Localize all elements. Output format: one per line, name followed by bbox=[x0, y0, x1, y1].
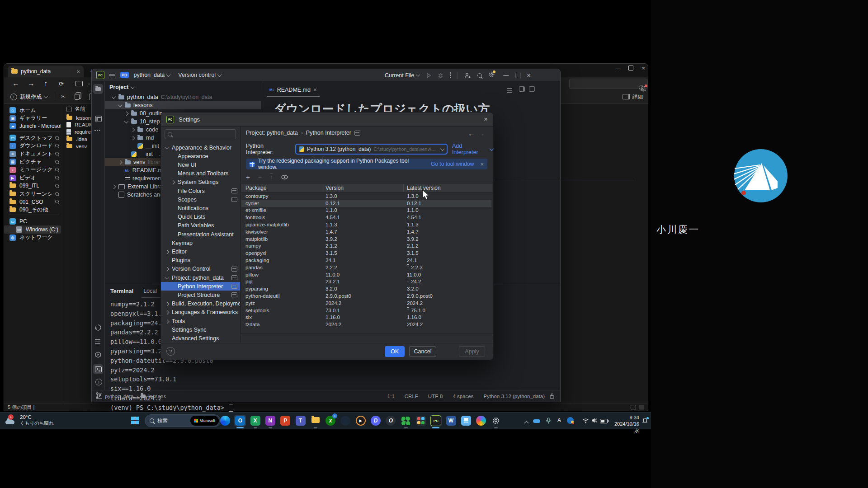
tray-clock[interactable]: 9:34 2024/10/16 水 bbox=[611, 414, 639, 434]
excel-icon[interactable]: X bbox=[250, 415, 261, 427]
details-pane-button[interactable]: 詳細 bbox=[623, 94, 643, 100]
close-icon[interactable]: × bbox=[642, 65, 645, 71]
chevron-right-icon[interactable] bbox=[118, 159, 122, 165]
terminal-prompt[interactable]: (venv) PS C:\study\python_data> bbox=[110, 403, 560, 413]
status-item[interactable]: Python 3.12 (python_data) bbox=[483, 394, 545, 399]
apply-button[interactable]: Apply bbox=[459, 346, 485, 357]
editor-tab[interactable]: M↓ README.md × bbox=[267, 84, 320, 97]
status-breadcrumb-folder[interactable]: lessons bbox=[148, 394, 166, 399]
new-item-button[interactable]: + 新規作成 bbox=[10, 93, 47, 101]
sidebar-item-PC[interactable]: ▭PC bbox=[4, 217, 61, 225]
package-row-six[interactable]: six1.16.01.16.0 bbox=[241, 314, 491, 321]
python-packages-tool-icon[interactable] bbox=[95, 324, 101, 331]
install-package-icon[interactable]: + bbox=[246, 173, 250, 181]
forward-icon[interactable]: → bbox=[28, 80, 35, 88]
outlook-icon[interactable]: O bbox=[234, 415, 246, 427]
settings-icon[interactable] bbox=[490, 415, 502, 427]
settings-tree-item-project-python-data[interactable]: Project: python_data bbox=[161, 273, 240, 282]
split-editor-icon[interactable] bbox=[519, 86, 525, 92]
chevron-down-icon[interactable] bbox=[165, 275, 170, 281]
settings-tree-item-editor[interactable]: Editor bbox=[161, 247, 240, 256]
column-name[interactable]: 名前 bbox=[75, 105, 85, 113]
sidebar-item-ピクチャ[interactable]: ▦ピクチャ bbox=[4, 158, 61, 166]
chevron-right-icon[interactable] bbox=[171, 179, 175, 185]
close-tab-icon[interactable]: × bbox=[313, 87, 317, 93]
sidebar-item-スクリーンショット[interactable]: スクリーンショット bbox=[4, 190, 61, 198]
speaker-tray-icon[interactable] bbox=[591, 418, 598, 423]
powerpoint-icon[interactable]: P bbox=[279, 415, 291, 427]
help-icon[interactable]: ? bbox=[166, 347, 175, 356]
start-button[interactable] bbox=[131, 417, 139, 424]
sidebar-item-ビデオ[interactable]: ▶ビデオ bbox=[4, 174, 61, 182]
chevron-right-icon[interactable] bbox=[131, 135, 135, 141]
teams-icon[interactable]: T bbox=[295, 415, 307, 427]
settings-search-input[interactable] bbox=[165, 129, 236, 139]
package-row-tzdata[interactable]: tzdata2024.22024.2 bbox=[241, 321, 491, 328]
chevron-right-icon[interactable] bbox=[165, 249, 170, 255]
settings-tree-item-appearance[interactable]: Appearance bbox=[161, 152, 240, 160]
terminal-title[interactable]: Terminal bbox=[110, 288, 133, 295]
pycharm-icon[interactable]: PC bbox=[430, 415, 442, 427]
package-row-et-xmlfile[interactable]: et-xmlfile1.1.01.1.0 bbox=[241, 207, 491, 214]
go-to-tool-window-link[interactable]: Go to tool window bbox=[431, 161, 474, 167]
package-row-matplotlib[interactable]: matplotlib3.9.23.9.2 bbox=[241, 235, 491, 243]
package-row-pip[interactable]: pip23.2.1↑24.2 bbox=[241, 278, 491, 286]
settings-tree-item-version-control[interactable]: Version Control bbox=[161, 265, 240, 273]
notification-bell-icon[interactable] bbox=[642, 418, 648, 426]
status-item[interactable]: 1:1 bbox=[387, 394, 395, 399]
project-panel-title[interactable]: Project bbox=[109, 84, 128, 90]
sidebar-item-090_その他[interactable]: 090_その他 bbox=[4, 206, 61, 214]
sidebar-item-ギャラリー[interactable]: ▣ギャラリー bbox=[4, 114, 61, 122]
sidebar-item-ネットワーク[interactable]: ◍ネットワーク bbox=[4, 234, 61, 242]
sidebar-item-ホーム[interactable]: ⌂ホーム bbox=[4, 106, 61, 114]
sidebar-item-Windows (C:)[interactable]: ▭Windows (C:) bbox=[4, 225, 61, 234]
package-row-pyparsing[interactable]: pyparsing3.2.03.2.0 bbox=[241, 285, 491, 292]
minimize-icon[interactable]: — bbox=[615, 66, 620, 71]
package-row-pandas[interactable]: pandas2.2.2↑2.2.3 bbox=[241, 264, 491, 271]
package-row-kiwisolver[interactable]: kiwisolver1.4.71.4.7 bbox=[241, 228, 491, 235]
project-tree-item-python_data[interactable]: python_dataC:\study\python_data bbox=[105, 93, 261, 101]
package-row-japanize-matplotlib[interactable]: japanize-matplotlib1.1.31.1.3 bbox=[241, 221, 491, 228]
settings-tree-item-keymap[interactable]: Keymap bbox=[161, 239, 240, 247]
up-icon[interactable]: ↑ bbox=[44, 80, 47, 88]
back-icon[interactable]: ← bbox=[12, 80, 19, 88]
taskbar-search-box[interactable]: 検索 Microsoft bbox=[145, 414, 221, 427]
code-with-me-icon[interactable] bbox=[464, 72, 471, 79]
settings-gear-icon[interactable] bbox=[488, 71, 495, 80]
xbox-icon[interactable]: x1 bbox=[325, 415, 336, 427]
onedrive-tray-icon[interactable] bbox=[533, 419, 540, 423]
terminal-tool-button[interactable] bbox=[93, 364, 103, 374]
main-menu-icon[interactable] bbox=[109, 71, 115, 79]
debug-icon[interactable] bbox=[438, 72, 443, 78]
maximize-icon[interactable] bbox=[628, 66, 633, 70]
sidebar-item-ダウンロード[interactable]: ↓ダウンロード bbox=[4, 142, 61, 150]
run-icon[interactable] bbox=[426, 73, 431, 78]
package-row-python-dateutil[interactable]: python-dateutil2.9.0.post02.9.0.post0 bbox=[241, 292, 491, 300]
settings-tree-item-presentation-assistant[interactable]: Presentation Assistant bbox=[161, 230, 240, 239]
copilot-icon[interactable] bbox=[475, 415, 487, 427]
package-row-setuptools[interactable]: setuptools73.0.1↑75.1.0 bbox=[241, 307, 491, 314]
package-row-contourpy[interactable]: contourpy1.3.01.3.0 bbox=[241, 192, 491, 200]
status-item[interactable]: UTF-8 bbox=[428, 394, 443, 399]
problems-tool-icon[interactable]: ! bbox=[95, 379, 102, 385]
services-tool-icon[interactable] bbox=[95, 352, 101, 358]
chevron-right-icon[interactable] bbox=[112, 183, 116, 190]
close-icon[interactable]: × bbox=[484, 115, 488, 123]
chevron-right-icon[interactable] bbox=[165, 309, 170, 315]
view-list-icon[interactable] bbox=[631, 405, 636, 409]
settings-tree-item-scopes[interactable]: Scopes bbox=[161, 195, 240, 204]
status-item[interactable]: CRLF bbox=[405, 394, 418, 399]
battery-tray-icon[interactable] bbox=[600, 419, 608, 423]
explorer-tab[interactable]: python_data × bbox=[8, 66, 84, 77]
notifications-bell-icon[interactable] bbox=[640, 85, 646, 94]
package-row-openpyxl[interactable]: openpyxl3.1.53.1.5 bbox=[241, 249, 491, 257]
upgrade-package-icon[interactable]: ↑ bbox=[270, 174, 273, 180]
media-player-icon[interactable]: ▶ bbox=[355, 415, 367, 427]
package-row-packaging[interactable]: packaging24.124.1 bbox=[241, 257, 491, 264]
file-row[interactable]: lessons bbox=[66, 114, 94, 122]
weather-widget[interactable]: 1 20°C くもりのち晴れ bbox=[5, 414, 54, 427]
package-row-cycler[interactable]: cycler0.12.10.12.1 bbox=[241, 200, 491, 207]
wifi-tray-icon[interactable] bbox=[582, 418, 589, 423]
settings-tree-item-new-ui[interactable]: New UI bbox=[161, 160, 240, 169]
view-thumbnail-icon[interactable] bbox=[639, 405, 644, 409]
